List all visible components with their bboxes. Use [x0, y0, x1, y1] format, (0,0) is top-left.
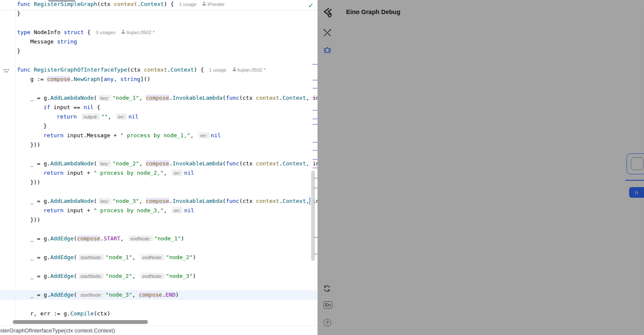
text-caret — [309, 197, 310, 205]
change-marker — [312, 124, 318, 125]
change-marker — [312, 88, 318, 89]
code-line: g := compose.NewGraph[any, string]() — [30, 75, 150, 84]
change-marker — [312, 142, 318, 143]
code-line: _ = g.AddEdge(startNode:"node_1", endNod… — [30, 253, 196, 262]
modal-overlay — [318, 0, 644, 335]
code-line: if input == nil { — [43, 103, 100, 112]
code-line: Message string — [30, 37, 77, 46]
vertical-scrollbar-thumb[interactable] — [311, 170, 315, 261]
code-line: })) — [30, 215, 40, 225]
inspection-ok-icon: ✓ — [308, 2, 314, 9]
eino-debug-panel: Eino Graph Debug — [318, 0, 644, 335]
code-line: _ = g.AddLambdaNode(key:"node_3", compos… — [30, 196, 318, 206]
code-line: return input + " process by node_3,", er… — [43, 206, 194, 215]
change-marker — [312, 110, 318, 111]
code-line: func RegisterGraphOfInterfaceType(ctx co… — [17, 65, 266, 75]
author-icon — [202, 2, 206, 6]
code-line: } — [17, 9, 20, 18]
change-marker — [312, 97, 318, 98]
code-line: type NodeInfo struct {3 usagesliujian.05… — [17, 28, 155, 37]
author-icon — [121, 30, 125, 34]
code-line: return input + " process by node_2,", er… — [43, 168, 194, 178]
change-marker — [312, 118, 318, 119]
code-line: })) — [30, 140, 40, 150]
code-line: _ = g.AddEdge(startNode:"node_2", endNod… — [30, 271, 196, 281]
code-line: })) — [30, 178, 40, 187]
code-line: } — [43, 121, 47, 131]
change-marker — [312, 168, 318, 168]
code-line: _ = g.AddEdge(startNode:"node_3", compos… — [30, 290, 179, 300]
code-lines: func RegisterSimpleGraph(ctx context.Con… — [0, 0, 318, 335]
code-editor[interactable]: func RegisterSimpleGraph(ctx context.Con… — [0, 0, 318, 335]
change-marker — [312, 159, 318, 160]
code-line: return output:"", err:nil — [57, 112, 139, 121]
code-line: _ = g.AddLambdaNode(key:"node_2", compos… — [30, 159, 318, 168]
breadcrumb[interactable]: sterGraphOfInterfaceType(ctx context.Con… — [0, 325, 318, 335]
app-window: func RegisterSimpleGraph(ctx context.Con… — [0, 0, 644, 335]
change-marker — [312, 80, 318, 81]
change-marker — [312, 150, 318, 151]
code-line: } — [17, 46, 20, 56]
author-icon — [232, 67, 236, 72]
horizontal-scrollbar-thumb[interactable] — [13, 320, 148, 324]
code-line: _ = g.AddLambdaNode(key:"node_1", compos… — [30, 93, 318, 103]
breadcrumb-text[interactable]: sterGraphOfInterfaceType(ctx context.Con… — [0, 327, 115, 334]
code-line: func RegisterSimpleGraph(ctx context.Con… — [17, 0, 225, 9]
code-line: r, err := g.Compile(ctx) — [30, 309, 110, 318]
code-line: return input.Message + " process by node… — [43, 131, 221, 140]
code-line: _ = g.AddEdge(compose.START, endNode:"no… — [30, 234, 184, 243]
change-marker — [312, 64, 318, 65]
